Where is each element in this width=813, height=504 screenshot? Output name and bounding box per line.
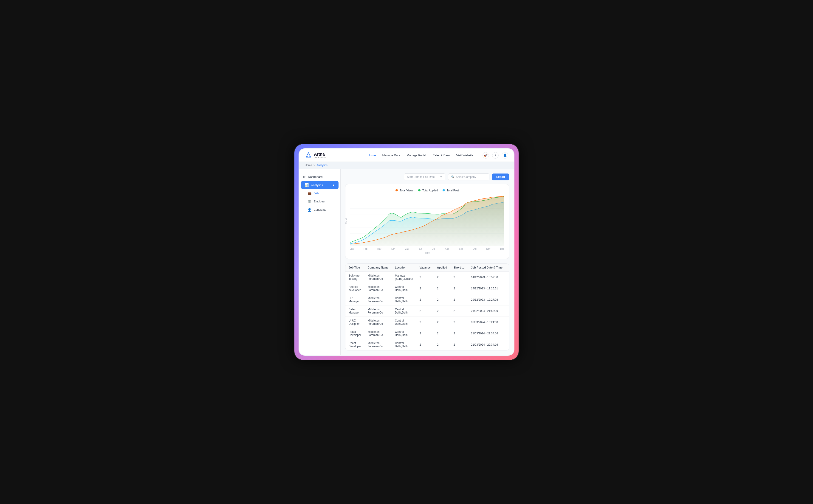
cell-shortlisted: 2	[451, 272, 468, 283]
export-button[interactable]: Export	[492, 174, 509, 180]
chevron-down-icon: ▼	[440, 176, 442, 178]
cell-shortlisted: 2	[451, 294, 468, 305]
candidate-icon: 👤	[307, 208, 311, 212]
table-row: Software Testing Middleton Foreman Co Ma…	[345, 272, 509, 283]
sidebar-label-candidate: Candidate	[314, 208, 326, 211]
x-axis-labels: Jan Feb Mar Apr May Jun Jul Aug Sep Oct …	[350, 246, 504, 250]
nav-manage-data[interactable]: Manage Data	[382, 154, 400, 157]
sidebar-item-analytics[interactable]: 📊 Analytics ▲	[301, 181, 338, 189]
x-oct: Oct	[473, 248, 477, 250]
cell-company: Middleton Foreman Co	[364, 328, 392, 339]
col-job-title: Job Title	[345, 264, 364, 272]
cell-applied: 2	[434, 283, 451, 294]
x-apr: Apr	[391, 248, 395, 250]
content-area: Start Date to End Date ▼ 🔍 Select Compan…	[340, 169, 514, 355]
cell-vacancy: 2	[417, 283, 434, 294]
legend-views: Total Views	[395, 189, 414, 192]
cell-job-title: Sales Manager	[345, 305, 364, 317]
cell-job-title: React Developer	[345, 328, 364, 339]
logo-icon	[305, 152, 312, 159]
rocket-icon[interactable]: 🚀	[483, 152, 489, 159]
nav-links: Home Manage Data Manage Portal Refer & E…	[367, 154, 473, 157]
cell-views: 2	[506, 328, 509, 339]
table-row: Sales Manager Middleton Foreman Co Centr…	[345, 305, 509, 317]
table-row: React Developer Middleton Foreman Co Cen…	[345, 339, 509, 350]
table-row: UI UX Designer Middleton Foreman Co Cent…	[345, 317, 509, 328]
cell-posted-date: 21/03/2024 - 22:34:16	[468, 339, 506, 350]
x-jan: Jan	[350, 248, 354, 250]
cell-location: Central Delhi,Delhi	[391, 283, 416, 294]
x-axis-title: Time	[350, 252, 504, 254]
x-jun: Jun	[419, 248, 423, 250]
cell-posted-date: 06/03/2024 - 16:24:00	[468, 317, 506, 328]
cell-job-title: Android developer	[345, 283, 364, 294]
x-nov: Nov	[486, 248, 490, 250]
x-sep: Sep	[459, 248, 463, 250]
cell-applied: 2	[434, 294, 451, 305]
cell-location: Central Delhi,Delhi	[391, 305, 416, 317]
chart-legend: Total Views Total Applied Total Post	[350, 189, 504, 192]
nav-refer-earn[interactable]: Refer & Earn	[433, 154, 450, 157]
cell-company: Middleton Foreman Co	[364, 317, 392, 328]
breadcrumb: Home > Analytics	[299, 162, 514, 169]
company-select[interactable]: 🔍 Select Company	[448, 174, 490, 180]
main-layout: ⊕ Dashboard 📊 Analytics ▲ 💼 Job 🏢 Employ…	[299, 169, 514, 355]
sidebar-item-employer[interactable]: 🏢 Employer	[299, 197, 340, 206]
cell-vacancy: 2	[417, 305, 434, 317]
cell-location: Mahuva (Surat),Gujarat	[391, 272, 416, 283]
sidebar-item-job[interactable]: 💼 Job	[299, 189, 340, 197]
logo-sub: by KNCVATOR	[314, 156, 326, 158]
search-icon: 🔍	[451, 175, 455, 179]
employer-icon: 🏢	[307, 200, 311, 203]
table-header-row: Job Title Company Name Location Vacancy …	[345, 264, 509, 272]
cell-applied: 2	[434, 305, 451, 317]
cell-job-title: React Developer	[345, 339, 364, 350]
breadcrumb-home[interactable]: Home	[305, 164, 312, 167]
table-row: HR Manager Middleton Foreman Co Central …	[345, 294, 509, 305]
x-dec: Dec	[500, 248, 504, 250]
col-posted-date: Job Posted Date & Time	[468, 264, 506, 272]
cell-shortlisted: 2	[451, 339, 468, 350]
cell-posted-date: 29/12/2023 - 12:27:08	[468, 294, 506, 305]
col-company: Company Name	[364, 264, 392, 272]
cell-views: 2	[506, 272, 509, 283]
filter-row: Start Date to End Date ▼ 🔍 Select Compan…	[345, 174, 509, 180]
cell-vacancy: 2	[417, 272, 434, 283]
user-icon[interactable]: 👤	[502, 152, 508, 159]
data-table-container: Job Title Company Name Location Vacancy …	[345, 263, 509, 350]
sidebar-item-candidate[interactable]: 👤 Candidate	[299, 206, 340, 214]
cell-applied: 2	[434, 328, 451, 339]
device-inner: Artha by KNCVATOR Home Manage Data Manag…	[298, 148, 515, 356]
device-frame: Artha by KNCVATOR Home Manage Data Manag…	[294, 144, 519, 360]
x-mar: Mar	[377, 248, 381, 250]
chart-container: Total Views Total Applied Total Post	[345, 184, 509, 259]
cell-views: 2	[506, 283, 509, 294]
cell-shortlisted: 2	[451, 328, 468, 339]
date-range-label: Start Date to End Date	[407, 175, 435, 179]
post-dot	[443, 189, 445, 191]
cell-posted-date: 14/12/2023 - 11:25:51	[468, 283, 506, 294]
legend-post-label: Total Post	[447, 189, 459, 192]
x-feb: Feb	[363, 248, 367, 250]
sidebar-label-job: Job	[314, 192, 318, 195]
breadcrumb-current: Analytics	[316, 164, 327, 167]
sidebar-label-dashboard: Dashboard	[308, 175, 323, 179]
help-icon[interactable]: ?	[492, 152, 499, 159]
nav-visit-website[interactable]: Visit Website	[456, 154, 473, 157]
cell-job-title: HR Manager	[345, 294, 364, 305]
cell-company: Middleton Foreman Co	[364, 283, 392, 294]
sidebar-label-analytics: Analytics	[311, 183, 323, 187]
nav-home[interactable]: Home	[367, 154, 376, 157]
date-range-select[interactable]: Start Date to End Date ▼	[404, 174, 445, 180]
nav-manage-portal[interactable]: Manage Portal	[407, 154, 426, 157]
sidebar-item-dashboard[interactable]: ⊕ Dashboard	[299, 173, 340, 181]
cell-location: Central Delhi,Delhi	[391, 294, 416, 305]
logo-text: Artha	[314, 152, 326, 156]
cell-location: Central Delhi,Delhi	[391, 328, 416, 339]
top-nav: Artha by KNCVATOR Home Manage Data Manag…	[299, 149, 514, 162]
cell-location: Central Delhi,Delhi	[391, 339, 416, 350]
cell-posted-date: 21/02/2024 - 21:53:39	[468, 305, 506, 317]
sidebar-label-employer: Employer	[314, 200, 325, 203]
company-select-label: Select Company	[456, 175, 476, 179]
job-icon: 💼	[307, 191, 311, 195]
